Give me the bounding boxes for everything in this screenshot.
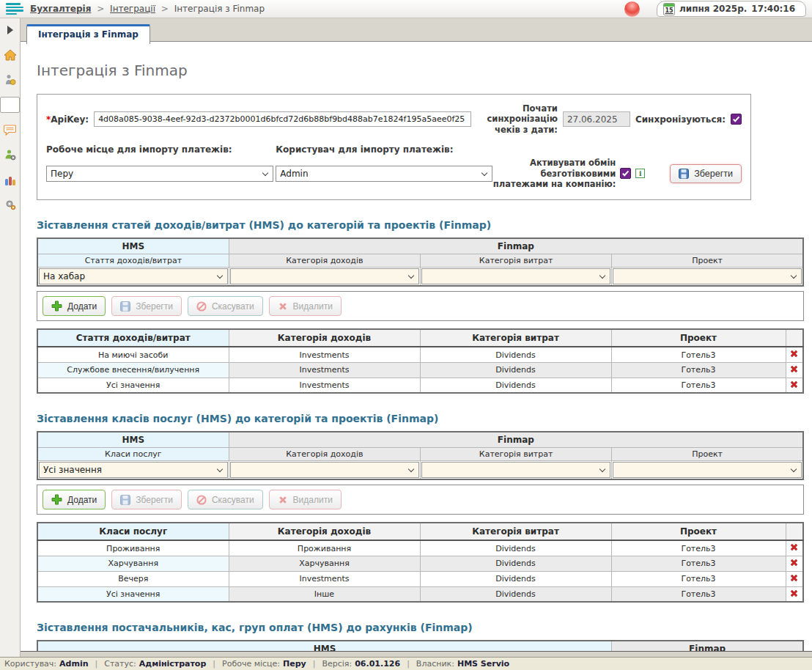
delete-row-icon[interactable]	[789, 351, 799, 361]
delete-row-button[interactable]	[786, 571, 803, 586]
reports-chart-icon[interactable]	[2, 172, 18, 188]
status-separator: |	[95, 659, 98, 669]
table-row: Усі значенняІншеDividendsГотель3	[37, 586, 803, 602]
status-separator: |	[407, 659, 410, 669]
column-header: Стаття доходів/витрат	[37, 254, 229, 268]
chevron-down-icon	[481, 170, 487, 176]
toolbar-panel: Додати Зберегти Скасувати Видалити	[37, 291, 804, 321]
breadcrumb-link-accounting[interactable]: Бухгалтерія	[30, 4, 91, 14]
table-cell: Dividends	[420, 347, 611, 362]
breadcrumb-current: Інтеграція з Finmap	[174, 4, 265, 14]
menu-icon[interactable]	[6, 3, 23, 15]
editor-select[interactable]	[613, 268, 802, 284]
delete-row-icon[interactable]	[789, 545, 799, 554]
prohibition-icon	[196, 495, 207, 505]
table-cell: Investments	[229, 571, 420, 586]
messages-icon[interactable]	[2, 122, 18, 138]
table-cell: Готель3	[611, 540, 786, 556]
column-header: Проект	[612, 448, 803, 461]
cancel-button[interactable]: Скасувати	[188, 490, 263, 509]
apikey-label: *ApiKey:	[46, 114, 89, 125]
home-icon[interactable]	[2, 47, 18, 63]
table-row: На миючі засобиInvestmentsDividendsГотел…	[37, 347, 803, 362]
floppy-icon	[120, 495, 130, 505]
group-header-hms: HMS	[37, 238, 229, 254]
delete-row-icon[interactable]	[789, 382, 799, 391]
user-settings-icon[interactable]	[2, 147, 18, 163]
calendar-icon: 15	[663, 3, 675, 15]
column-header: Категорія витрат	[421, 254, 612, 268]
editor-select[interactable]: На хабар	[39, 268, 228, 284]
table-cell: Усі значення	[37, 586, 229, 602]
save-button[interactable]: Зберегти	[111, 296, 182, 316]
column-header-actions	[786, 329, 803, 347]
column-header: Категорія витрат	[420, 523, 611, 540]
time-text: 17:40:16	[751, 4, 795, 14]
info-icon[interactable]: i	[635, 169, 645, 178]
add-button[interactable]: Додати	[43, 490, 106, 509]
cashless-checkbox[interactable]	[620, 168, 631, 179]
delete-button[interactable]: Видалити	[269, 296, 342, 316]
status-ball-icon[interactable]	[624, 1, 640, 17]
expand-arrow-icon[interactable]	[2, 22, 18, 38]
delete-row-icon[interactable]	[789, 367, 799, 376]
table-cell: Готель3	[611, 362, 786, 378]
breadcrumb-separator: >	[161, 4, 169, 14]
column-header: Класи послуг	[37, 448, 229, 461]
save-button[interactable]: Зберегти	[111, 490, 182, 509]
tab-strip: Інтеграція з Finmap	[21, 18, 812, 41]
save-settings-button[interactable]: Зберегти	[670, 164, 742, 183]
tab-integration-finmap[interactable]: Інтеграція з Finmap	[26, 24, 150, 44]
column-header: Класи послуг	[37, 523, 229, 540]
chevron-down-icon	[217, 466, 223, 472]
sync-date-label: Почати синхронізацію чеків з дати:	[480, 103, 558, 135]
column-header: Категорія доходів	[229, 448, 420, 461]
chevron-down-icon	[791, 273, 797, 279]
delete-button[interactable]: Видалити	[269, 490, 342, 509]
add-button[interactable]: Додати	[43, 296, 106, 316]
delete-row-button[interactable]	[786, 362, 803, 378]
user-select[interactable]: Admin	[276, 166, 492, 182]
editor-table-income-expense: HMS Finmap Стаття доходів/витрат Категор…	[37, 238, 804, 287]
delete-row-icon[interactable]	[789, 560, 799, 570]
finance-person-icon[interactable]	[2, 72, 18, 88]
status-separator: |	[313, 659, 316, 669]
column-header: Категорія витрат	[421, 448, 612, 461]
datetime-widget[interactable]: 15 липня 2025р. 17:40:16	[657, 1, 806, 17]
table-cell: Усі значення	[37, 378, 229, 393]
column-header: Категорія доходів	[229, 329, 420, 347]
chevron-down-icon	[599, 273, 605, 279]
delete-row-button[interactable]	[786, 556, 803, 571]
section-title-service-classes: Зіставлення класів послуг (HMS) до катег…	[37, 413, 805, 424]
group-header-hms: HMS	[37, 432, 229, 448]
cancel-button[interactable]: Скасувати	[188, 296, 263, 316]
editor-select[interactable]	[230, 462, 419, 478]
data-table-income-expense: Стаття доходів/витрат Категорія доходів …	[37, 328, 804, 394]
delete-row-button[interactable]	[786, 378, 803, 393]
editor-select[interactable]	[230, 268, 419, 284]
synced-checkbox[interactable]	[731, 114, 742, 125]
editor-select[interactable]	[421, 462, 610, 478]
editor-select[interactable]	[613, 462, 802, 478]
column-header: Проект	[611, 523, 786, 540]
table-cell: Службове внесення/вилучення	[37, 362, 229, 378]
workplace-select[interactable]: Перу	[46, 166, 273, 182]
plus-icon	[51, 301, 62, 312]
delete-row-icon[interactable]	[789, 575, 799, 585]
service-gears-icon[interactable]	[2, 196, 18, 213]
delete-row-button[interactable]	[786, 347, 803, 362]
editor-select[interactable]: Усі значення	[39, 462, 228, 478]
delete-row-icon[interactable]	[789, 591, 799, 600]
breadcrumb-link-integrations[interactable]: Інтеграції	[110, 4, 155, 14]
page-content: Інтеграція з Finmap *ApiKey: Почати синх…	[21, 41, 812, 657]
synced-label: Синхронізуються:	[635, 114, 726, 125]
delete-row-button[interactable]	[786, 540, 803, 556]
table-cell: Готель3	[611, 556, 786, 571]
table-cell: Dividends	[420, 362, 611, 378]
apikey-input[interactable]	[94, 111, 471, 127]
column-header: Категорія витрат	[420, 329, 611, 347]
delete-row-button[interactable]	[786, 586, 803, 602]
ledger-journal-icon[interactable]	[0, 97, 20, 113]
editor-select[interactable]	[421, 268, 610, 284]
table-cell: Інше	[229, 586, 420, 602]
